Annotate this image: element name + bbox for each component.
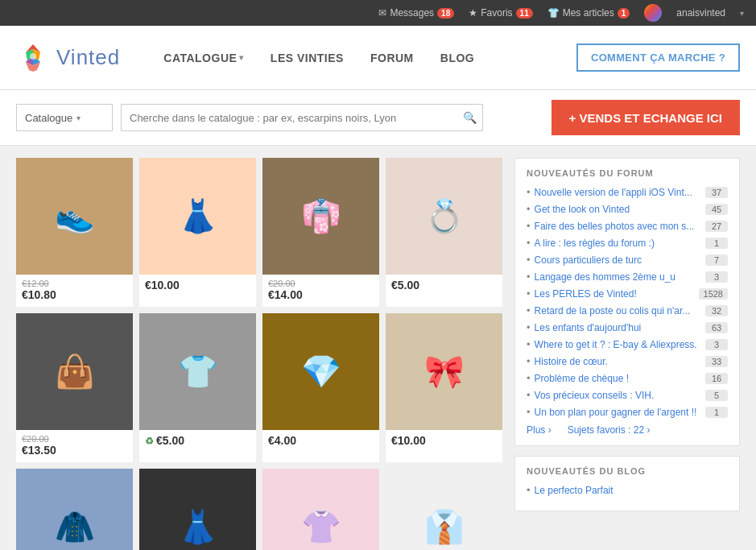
forum-link[interactable]: Where to get it ? : E-bay & Aliexpress.	[535, 339, 705, 350]
nav-catalogue[interactable]: CATALOGUE ▾	[152, 45, 255, 71]
forum-count: 63	[705, 322, 728, 333]
forum-count: 32	[705, 305, 728, 316]
search-icon[interactable]: 🔍	[463, 111, 477, 124]
search-input[interactable]	[121, 104, 483, 131]
forum-item: •Cours particuliers de turc7	[527, 254, 728, 266]
blog-link[interactable]: Le perfecto Parfait	[535, 485, 728, 496]
product-card[interactable]: 💍€5.00	[386, 158, 502, 307]
forum-link[interactable]: Cours particuliers de turc	[535, 254, 705, 266]
forum-item: •Faire des belles photos avec mon s...27	[527, 220, 728, 232]
messages-nav[interactable]: ✉ Messages 18	[378, 7, 454, 19]
product-card[interactable]: 👚	[262, 469, 379, 550]
product-image: 🧥	[16, 469, 133, 550]
product-price: €5.00	[386, 275, 502, 297]
forum-link[interactable]: A lire : les règles du forum :)	[535, 238, 705, 249]
product-grid: 👟€12.00€10.80👗€10.00👘€20.00€14.00💍€5.00👜…	[16, 158, 502, 550]
logo[interactable]: Vinted	[16, 41, 120, 75]
nav-forum[interactable]: FORUM	[359, 45, 425, 71]
forum-link[interactable]: Faire des belles photos avec mon s...	[535, 221, 705, 232]
logo-icon	[16, 41, 50, 75]
blog-item: •Le perfecto Parfait	[527, 484, 728, 496]
product-card[interactable]: 👗	[139, 469, 256, 550]
product-image: 🎀	[386, 313, 502, 430]
forum-sujets-link[interactable]: Sujets favoris : 22 ›	[568, 424, 651, 436]
forum-link[interactable]: Get the look on Vinted	[535, 204, 705, 215]
forum-count: 7	[705, 254, 728, 266]
search-category-dropdown[interactable]: Catalogue ▾	[16, 104, 113, 131]
envelope-icon: ✉	[378, 7, 386, 19]
forum-bullet: •	[527, 372, 531, 384]
forum-link[interactable]: Les enfants d'aujourd'hui	[535, 322, 705, 333]
sidebar: NOUVEAUTÉS DU FORUM •Nouvelle version de…	[514, 158, 740, 550]
forum-bullet: •	[527, 355, 531, 367]
forum-link[interactable]: Histoire de cœur.	[535, 356, 705, 367]
username[interactable]: anaisvinted	[676, 7, 725, 19]
product-card[interactable]: 🧥	[16, 469, 133, 550]
product-image: 👟	[16, 158, 133, 275]
product-card[interactable]: 👘€20.00€14.00	[262, 158, 379, 307]
product-card[interactable]: 👔	[386, 469, 502, 550]
favorites-nav[interactable]: ★ Favoris 11	[469, 7, 532, 19]
forum-link[interactable]: Retard de la poste ou colis qui n'ar...	[535, 305, 705, 316]
forum-count: 1528	[699, 288, 728, 300]
forum-bullet: •	[527, 389, 531, 401]
product-price: €10.00	[386, 430, 502, 453]
forum-link[interactable]: Vos précieux conseils : VIH.	[535, 390, 705, 401]
price: €5.00	[156, 434, 184, 447]
main-content: 👟€12.00€10.80👗€10.00👘€20.00€14.00💍€5.00👜…	[0, 146, 756, 550]
forum-link[interactable]: Langage des hommes 2ème u_u	[535, 271, 705, 283]
forum-item: •A lire : les règles du forum :)1	[527, 237, 728, 249]
old-price: €20.00	[22, 434, 127, 444]
forum-plus-link[interactable]: Plus ›	[527, 424, 552, 436]
messages-badge: 18	[437, 8, 454, 19]
forum-item: •Histoire de cœur.33	[527, 355, 728, 367]
forum-count: 33	[705, 356, 728, 367]
product-image: 👗	[139, 158, 256, 275]
user-dropdown-arrow[interactable]: ▾	[740, 9, 744, 18]
messages-label: Messages	[390, 7, 434, 19]
forum-bullet: •	[527, 287, 531, 300]
product-card[interactable]: 💎€4.00	[262, 313, 379, 462]
catalogue-arrow: ▾	[239, 53, 244, 62]
nav-les-vinties[interactable]: LES VINTIES	[259, 45, 355, 71]
forum-bullet: •	[527, 237, 531, 249]
forum-list: •Nouvelle version de l'appli iOS Vint...…	[527, 186, 728, 418]
forum-link[interactable]: Un bon plan pour gagner de l'argent !!	[535, 407, 705, 418]
forum-bullet: •	[527, 271, 531, 283]
blog-list: •Le perfecto Parfait	[527, 484, 728, 496]
product-card[interactable]: 🎀€10.00	[386, 313, 502, 462]
forum-count: 1	[705, 407, 728, 418]
search-section: Catalogue ▾ 🔍 + VENDS ET ECHANGE ICI	[0, 90, 756, 146]
product-card[interactable]: 👜€20.00€13.50	[16, 313, 133, 462]
product-image: 👚	[262, 469, 379, 550]
product-card[interactable]: 👗€10.00	[139, 158, 256, 307]
product-image: 👕	[139, 313, 256, 430]
nav-blog[interactable]: BLOG	[429, 45, 485, 71]
forum-link[interactable]: Les PERLES de Vinted!	[535, 288, 699, 300]
how-it-works-button[interactable]: COMMENT ÇA MARCHE ?	[576, 43, 740, 72]
new-price: €13.50	[22, 444, 127, 457]
product-card[interactable]: 👕♻€5.00	[139, 313, 256, 462]
search-input-wrap: 🔍	[121, 104, 483, 131]
forum-item: •Retard de la poste ou colis qui n'ar...…	[527, 304, 728, 316]
blog-bullet: •	[527, 484, 531, 496]
articles-nav[interactable]: 👕 Mes articles 1	[547, 7, 630, 19]
shirt-icon: 👕	[547, 7, 560, 19]
forum-bullet: •	[527, 321, 531, 333]
forum-count: 16	[705, 373, 728, 384]
new-price: €10.80	[22, 288, 127, 301]
avatar[interactable]	[644, 4, 662, 22]
forum-link[interactable]: Problème de chèque !	[535, 373, 705, 384]
product-price: €20.00€14.00	[262, 275, 379, 307]
product-price: €4.00	[262, 430, 379, 453]
forum-bullet: •	[527, 203, 531, 215]
articles-badge: 1	[618, 8, 630, 19]
sell-button[interactable]: + VENDS ET ECHANGE ICI	[552, 100, 740, 135]
forum-item: •Get the look on Vinted45	[527, 203, 728, 215]
product-card[interactable]: 👟€12.00€10.80	[16, 158, 133, 307]
blog-title: NOUVEAUTÉS DU BLOG	[527, 466, 728, 476]
forum-item: •Les PERLES de Vinted!1528	[527, 287, 728, 300]
price: €10.00	[391, 434, 426, 447]
product-price: ♻€5.00	[139, 430, 256, 453]
forum-link[interactable]: Nouvelle version de l'appli iOS Vint...	[535, 187, 705, 198]
